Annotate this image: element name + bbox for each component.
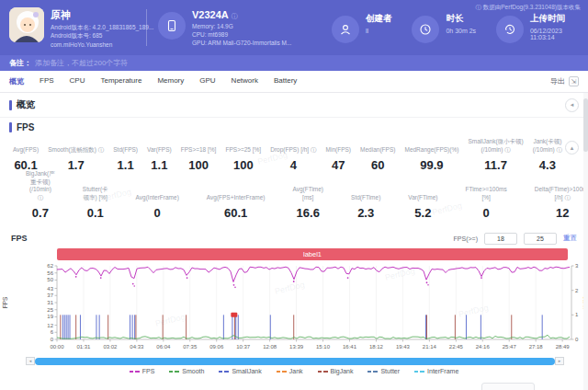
- note-bar[interactable]: 备注： 添加备注，不超过200个字符: [0, 55, 588, 71]
- legend-item-stutter[interactable]: Stutter: [368, 368, 400, 374]
- metric-value: 99.9: [420, 158, 443, 172]
- row2-metric: Delta(FTime)>100ms [/h] ⓘ12: [535, 187, 588, 220]
- row1-metric: Min(FPS)47: [326, 139, 351, 172]
- tab-battery[interactable]: Battery: [274, 76, 297, 86]
- fps-chart[interactable]: 00:0001:3103:0204:3306:0407:3509:0610:37…: [0, 262, 588, 356]
- partial-button[interactable]: [481, 383, 535, 390]
- row2-metric: Avg(FTime) [ms]16.6: [292, 187, 323, 220]
- metric-label: Stutter(卡顿率) [%]: [83, 187, 108, 202]
- legend-item-interframe[interactable]: InterFrame: [414, 368, 458, 374]
- x-tick-label: 09:06: [209, 344, 224, 350]
- row2-metric: FTime>=100ms [%]0: [465, 187, 506, 220]
- metric-label: Avg(FTime) [ms]: [292, 187, 323, 202]
- note-label: 备注：: [9, 58, 31, 68]
- tab-bar: 概览FPSCPUTemperatureMemoryGPUNetworkBatte…: [0, 71, 588, 93]
- metric-value: 1.1: [118, 158, 134, 172]
- tab-network[interactable]: Network: [232, 76, 258, 86]
- chart-label-band[interactable]: label1: [57, 248, 568, 260]
- watermark: PerfDog: [274, 280, 305, 296]
- metric-label: Drop(FPS) [/h] ⓘ: [270, 139, 316, 155]
- metric-label: FTime>=100ms [%]: [465, 187, 506, 202]
- note-placeholder[interactable]: 添加备注，不超过200个字符: [35, 58, 128, 68]
- fps-threshold2-input[interactable]: [524, 233, 557, 245]
- metric-label: Avg(FPS): [13, 139, 39, 155]
- report-header: 原神 Android版本名: 4.2.0_18831865_189... And…: [0, 0, 588, 55]
- legend-item-smooth[interactable]: Smooth: [169, 368, 204, 374]
- scroll-left-icon[interactable]: ◂: [26, 357, 35, 365]
- reset-button[interactable]: 重置: [563, 234, 577, 243]
- y-tick-label: 37: [47, 292, 53, 298]
- x-tick-label: 22:45: [449, 344, 464, 350]
- collect-info-icon: ⓘ: [475, 4, 481, 10]
- legend-item-smalljank[interactable]: SmallJank: [219, 368, 261, 374]
- legend-marker: [130, 371, 140, 373]
- row1-metric: Std(FPS)1.1: [113, 139, 138, 172]
- scroll-right-icon[interactable]: ▸: [555, 357, 564, 365]
- y-tick-right-label: 3: [575, 263, 579, 269]
- fps-line: [57, 267, 570, 281]
- app-title: 原神: [51, 8, 153, 22]
- x-tick-label: 13:39: [289, 344, 304, 350]
- x-tick-label: 25:47: [503, 344, 517, 350]
- game-avatar: [9, 7, 44, 42]
- metric-value: 0: [482, 206, 489, 220]
- legend-item-jank[interactable]: Jank: [277, 368, 303, 374]
- device-name: V2324A: [192, 9, 229, 20]
- metric-label: Var(FTime): [408, 187, 437, 202]
- tab-memory[interactable]: Memory: [157, 76, 184, 86]
- fps-dip-dot: [481, 277, 482, 279]
- metric-value: 60.1: [224, 206, 247, 220]
- app-info-block: 原神 Android版本名: 4.2.0_18831865_189... And…: [9, 7, 142, 49]
- tab-cpu[interactable]: CPU: [70, 76, 85, 86]
- metric-value: 100: [188, 158, 209, 172]
- legend-marker: [368, 371, 378, 373]
- x-tick-label: 01:31: [76, 344, 91, 350]
- legend-marker: [219, 371, 229, 373]
- tab-fps[interactable]: FPS: [40, 76, 54, 86]
- row1-metric: SmallJank(微小卡顿) (/10min) ⓘ11.7: [468, 139, 523, 172]
- metric-value: 0: [154, 206, 161, 220]
- metric-label: Std(FTime): [351, 187, 380, 202]
- metric-label: FPS>=18 [%]: [181, 139, 217, 155]
- metric-label: MedRange(FPS)(%): [404, 139, 458, 155]
- fps-metrics-row-1: Avg(FPS)60.1Smooth(流畅指数) ⓘ1.7Std(FPS)1.1…: [0, 139, 577, 172]
- device-cpu: CPU: mt6989: [192, 31, 291, 38]
- fps-dip-dot: [234, 287, 236, 289]
- x-tick-label: 10:37: [236, 344, 251, 350]
- legend-item-fps[interactable]: FPS: [130, 368, 155, 374]
- legend-item-bigjank[interactable]: BigJank: [318, 368, 354, 374]
- y-tick-right-label: 0: [575, 337, 579, 342]
- legend-marker: [277, 371, 287, 373]
- metric-label: Std(FPS): [113, 139, 138, 155]
- page-scrollbar[interactable]: [583, 93, 588, 390]
- collapse-left-button[interactable]: ◂: [565, 98, 579, 112]
- x-tick-label: 00:00: [50, 344, 64, 350]
- y-tick-label: 56: [47, 270, 53, 276]
- export-button[interactable]: 导出 ⇲: [550, 76, 579, 86]
- chart-scrollbar[interactable]: ◂ ▸: [26, 357, 564, 365]
- tabs: 概览FPSCPUTemperatureMemoryGPUNetworkBatte…: [9, 76, 312, 86]
- page-scrollbar-thumb[interactable]: [583, 98, 588, 152]
- watermark: PerfDog: [458, 303, 489, 319]
- x-tick-label: 19:43: [396, 344, 411, 350]
- chart-legend: FPSSmoothSmallJankJankBigJankStutterInte…: [0, 368, 588, 374]
- device-info-icon[interactable]: ⓘ: [232, 13, 238, 19]
- device-gpu: GPU: ARM Mali-G720-Immortalis M...: [192, 40, 291, 46]
- row1-metric: Smooth(流畅指数) ⓘ1.7: [48, 139, 104, 172]
- tab-temperature[interactable]: Temperature: [100, 76, 141, 86]
- fps-dip-dot: [233, 284, 235, 286]
- fps-threshold1-input[interactable]: [484, 233, 517, 245]
- metric-value: 11.7: [484, 158, 507, 172]
- row1-metric: Avg(FPS)60.1: [13, 139, 39, 172]
- upload-label: 上传时间: [530, 13, 588, 25]
- upload-time-block: 上传时间 06/12/2023 11:03:14: [496, 13, 588, 43]
- legend-label: BigJank: [331, 368, 354, 374]
- tab-概览[interactable]: 概览: [9, 76, 24, 86]
- device-memory: Memory: 14.9G: [192, 23, 291, 29]
- y-tick-label: 62: [47, 263, 53, 269]
- metric-label: Avg(InterFrame): [136, 187, 179, 202]
- x-tick-label: 04:33: [130, 344, 144, 350]
- chart-title: FPS: [11, 234, 28, 243]
- tab-gpu[interactable]: GPU: [199, 76, 215, 86]
- scrollbar-track[interactable]: [35, 358, 555, 365]
